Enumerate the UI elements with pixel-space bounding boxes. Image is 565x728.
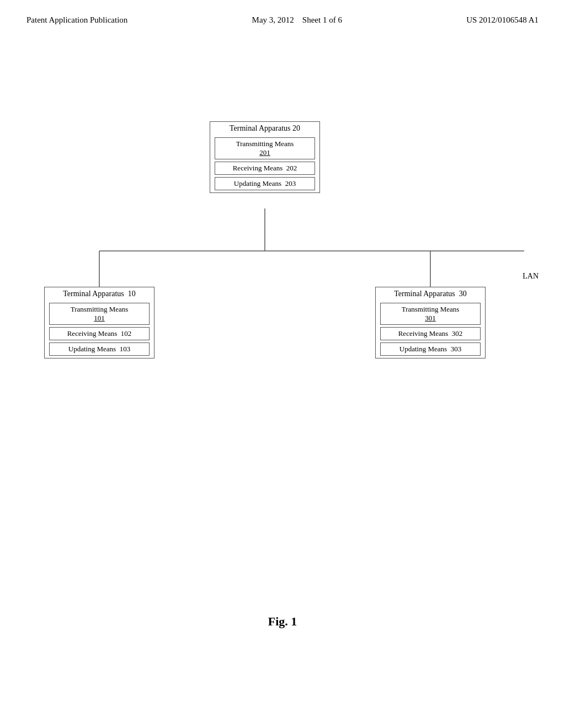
updating-means-103: Updating Means 103 bbox=[49, 342, 150, 356]
transmitting-means-201-number: 201 bbox=[218, 148, 311, 157]
diagram-area: Terminal Apparatus 20 Transmitting Means… bbox=[0, 88, 565, 673]
receiving-means-102-label: Receiving Means 102 bbox=[67, 329, 132, 338]
terminal-30-title: Terminal Apparatus 30 bbox=[376, 287, 485, 301]
page-header: Patent Application Publication May 3, 20… bbox=[0, 0, 565, 25]
terminal-10-title: Terminal Apparatus 10 bbox=[45, 287, 154, 301]
header-patent-number: US 2012/0106548 A1 bbox=[466, 15, 539, 25]
receiving-means-302-label: Receiving Means 302 bbox=[398, 329, 463, 338]
receiving-means-202: Receiving Means 202 bbox=[215, 162, 315, 175]
transmitting-means-101-number: 101 bbox=[53, 314, 146, 323]
transmitting-means-301-label: Transmitting Means bbox=[384, 305, 477, 314]
lan-label: LAN bbox=[523, 272, 539, 281]
updating-means-203-label: Updating Means 203 bbox=[234, 179, 296, 188]
receiving-means-102: Receiving Means 102 bbox=[49, 327, 150, 340]
updating-means-103-label: Updating Means 103 bbox=[68, 345, 130, 353]
terminal-30-box: Terminal Apparatus 30 Transmitting Means… bbox=[375, 287, 486, 358]
figure-label: Fig. 1 bbox=[268, 614, 297, 629]
updating-means-303-label: Updating Means 303 bbox=[399, 345, 461, 353]
receiving-means-202-label: Receiving Means 202 bbox=[233, 164, 297, 172]
transmitting-means-201: Transmitting Means 201 bbox=[215, 137, 315, 159]
header-publication: Patent Application Publication bbox=[26, 15, 127, 25]
transmitting-means-101: Transmitting Means 101 bbox=[49, 303, 150, 325]
terminal-20-title: Terminal Apparatus 20 bbox=[210, 122, 319, 135]
receiving-means-302: Receiving Means 302 bbox=[380, 327, 481, 340]
header-date-sheet: May 3, 2012 Sheet 1 of 6 bbox=[252, 15, 342, 25]
transmitting-means-301: Transmitting Means 301 bbox=[380, 303, 481, 325]
updating-means-203: Updating Means 203 bbox=[215, 177, 315, 190]
terminal-20-box: Terminal Apparatus 20 Transmitting Means… bbox=[210, 121, 320, 193]
terminal-10-box: Terminal Apparatus 10 Transmitting Means… bbox=[44, 287, 154, 358]
updating-means-303: Updating Means 303 bbox=[380, 342, 481, 356]
transmitting-means-301-number: 301 bbox=[384, 314, 477, 323]
transmitting-means-101-label: Transmitting Means bbox=[53, 305, 146, 314]
header-date: May 3, 2012 bbox=[252, 15, 294, 24]
header-sheet: Sheet 1 of 6 bbox=[302, 15, 342, 24]
transmitting-means-201-label: Transmitting Means bbox=[218, 140, 311, 148]
